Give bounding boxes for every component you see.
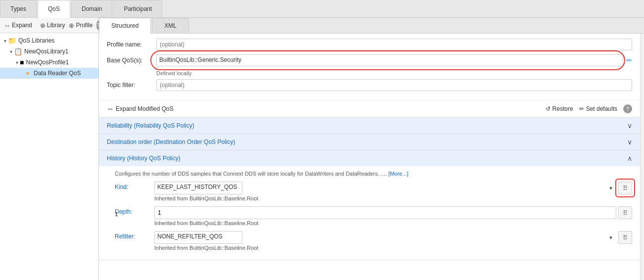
tree-item-qos-libraries[interactable]: ▾ 📁 QoS Libraries [0, 35, 98, 46]
tab-structured[interactable]: Structured [99, 18, 151, 34]
depth-inherit-text: Inherited from BuiltinQosLib::Baseline.R… [154, 220, 632, 226]
history-description: Configures the number of DDS samples tha… [115, 170, 632, 178]
depth-label: Depth: [115, 206, 154, 215]
hierarchy-icon: ⠿ [623, 234, 628, 241]
tab-qos[interactable]: QoS [38, 0, 70, 18]
topic-filter-input[interactable] [156, 79, 632, 91]
tab-domain[interactable]: Domain [71, 0, 112, 17]
refilter-dropdown-wrap: NONE_REFILTER_QOS ▼ [154, 231, 616, 244]
kind-dropdown-wrap: KEEP_LAST_HISTORY_QOS ▼ [154, 182, 616, 194]
form-section: Profile name: Base QoS(s): BuiltinQosLib… [99, 34, 640, 100]
qos-toolbar: ↔ Expand Modified QoS ↺ Restore ✏ Set [99, 100, 640, 118]
left-panel: ↔ Expand ⊕ Library ⊕ Profile ? ▾ [0, 18, 99, 280]
plus-library-icon: ⊕ [40, 22, 46, 29]
tab-participant[interactable]: Participant [113, 0, 162, 17]
depth-tree-icon-btn[interactable]: ⠿ [618, 206, 632, 219]
hierarchy-icon: ⠿ [623, 185, 628, 192]
toggle-icon: ▾ [4, 38, 6, 44]
profile-button[interactable]: ⊕ Profile [69, 22, 92, 29]
expand-icon: ↔ [4, 22, 10, 29]
base-qos-input[interactable] [156, 54, 623, 66]
qos-help-button[interactable]: ? [623, 104, 632, 113]
base-qos-label: Base QoS(s): [107, 57, 156, 64]
top-tabs-bar: Types QoS Domain Participant [0, 0, 644, 18]
right-panel: Structured XML Profile name: Base Q [99, 18, 644, 280]
refilter-field-wrap: NONE_REFILTER_QOS ▼ ⠿ Inherited from Bui… [154, 231, 632, 251]
left-toolbar: ↔ Expand ⊕ Library ⊕ Profile ? [0, 18, 98, 33]
refilter-label: Refilter: [115, 231, 154, 240]
kind-label: Kind: [115, 182, 154, 190]
scrollbar[interactable] [640, 34, 644, 280]
datareader-icon: 🔸 [23, 69, 32, 77]
kind-field-row: Kind: KEEP_LAST_HISTORY_QOS ▼ [115, 182, 632, 201]
profile-name-input[interactable] [156, 39, 632, 50]
history-section-header[interactable]: History (History QoS Policy) ∧ [99, 150, 640, 166]
depth-input[interactable] [154, 206, 616, 219]
reliability-toggle-icon: ∨ [627, 122, 632, 130]
edit-icon[interactable]: ✏ [626, 56, 632, 64]
refilter-inherit-text: Inherited from BuiltinQosLib::Baseline.R… [154, 245, 632, 251]
topic-filter-row: Topic filter: [107, 79, 632, 91]
depth-field-wrap: 1 ⠿ Inherited from BuiltinQosLib::Baseli… [154, 206, 632, 226]
reliability-section-header[interactable]: Reliability (Reliability QoS Policy) ∨ [99, 118, 640, 134]
history-toggle-icon: ∧ [627, 154, 632, 162]
history-section-content: Configures the number of DDS samples tha… [99, 166, 640, 260]
set-defaults-button[interactable]: ✏ Set defaults [579, 105, 617, 112]
plus-profile-icon: ⊕ [69, 22, 74, 29]
library-icon: 📋 [14, 47, 22, 55]
refilter-dropdown[interactable] [154, 231, 242, 244]
destination-order-section: Destination order (Destination Order QoS… [99, 134, 640, 150]
kind-dropdown[interactable] [154, 182, 242, 194]
expand-modified-qos-button[interactable]: ↔ Expand Modified QoS [107, 105, 174, 113]
defined-locally-text: Defined locally [156, 70, 632, 76]
refilter-chevron-icon: ▼ [608, 235, 613, 240]
folder-icon: 📁 [8, 37, 16, 45]
restore-icon: ↺ [546, 105, 551, 112]
refilter-field-row: Refilter: NONE_REFILTER_QOS ▼ [115, 231, 632, 251]
restore-button[interactable]: ↺ Restore [546, 105, 573, 112]
tree: ▾ 📁 QoS Libraries ▾ 📋 NewQosLibrary1 ▾ ■… [0, 33, 98, 280]
toggle-icon: ▾ [16, 60, 18, 65]
destination-order-toggle-icon: ∨ [627, 138, 632, 146]
content-area: Profile name: Base QoS(s): BuiltinQosLib… [99, 34, 640, 280]
tab-types[interactable]: Types [0, 0, 37, 17]
library-button[interactable]: ⊕ Library [40, 22, 65, 29]
expand-icon: ↔ [107, 105, 114, 113]
refilter-tree-icon-btn[interactable]: ⠿ [618, 231, 632, 244]
kind-inherit-text: Inherited from BuiltinQosLib::Baseline.R… [154, 195, 632, 201]
destination-order-section-header[interactable]: Destination order (Destination Order QoS… [99, 134, 640, 150]
kind-field-wrap: KEEP_LAST_HISTORY_QOS ▼ ⠿ [154, 182, 632, 201]
kind-tree-icon-btn[interactable]: ⠿ [618, 182, 632, 194]
more-link[interactable]: [More...] [388, 171, 408, 177]
tree-item-newqoslibrary[interactable]: ▾ 📋 NewQosLibrary1 [0, 46, 98, 57]
topic-filter-label: Topic filter: [107, 82, 156, 89]
qos-toolbar-actions: ↺ Restore ✏ Set defaults ? [546, 104, 632, 113]
depth-field-row: Depth: 1 ⠿ Inherited f [115, 206, 632, 226]
profile-icon: ■ [20, 58, 24, 66]
tab-xml[interactable]: XML [152, 18, 189, 33]
kind-chevron-icon: ▼ [608, 186, 613, 191]
expand-button[interactable]: ↔ Expand [4, 22, 32, 29]
tree-item-data-reader-qos[interactable]: 🔸 Data Reader QoS [0, 68, 98, 79]
pencil-icon: ✏ [579, 105, 584, 112]
tree-item-newqosprofile[interactable]: ▾ ■ NewQosProfile1 [0, 57, 98, 68]
sub-tabs-bar: Structured XML [99, 18, 644, 34]
toggle-icon: ▾ [10, 49, 12, 54]
profile-name-label: Profile name: [107, 41, 156, 48]
base-qos-row: Base QoS(s): BuiltinQosLib::Generic.Secu… [107, 54, 632, 66]
hierarchy-icon: ⠿ [623, 209, 628, 217]
reliability-section: Reliability (Reliability QoS Policy) ∨ [99, 118, 640, 134]
profile-name-row: Profile name: [107, 39, 632, 50]
history-section: History (History QoS Policy) ∧ Configure… [99, 150, 640, 260]
